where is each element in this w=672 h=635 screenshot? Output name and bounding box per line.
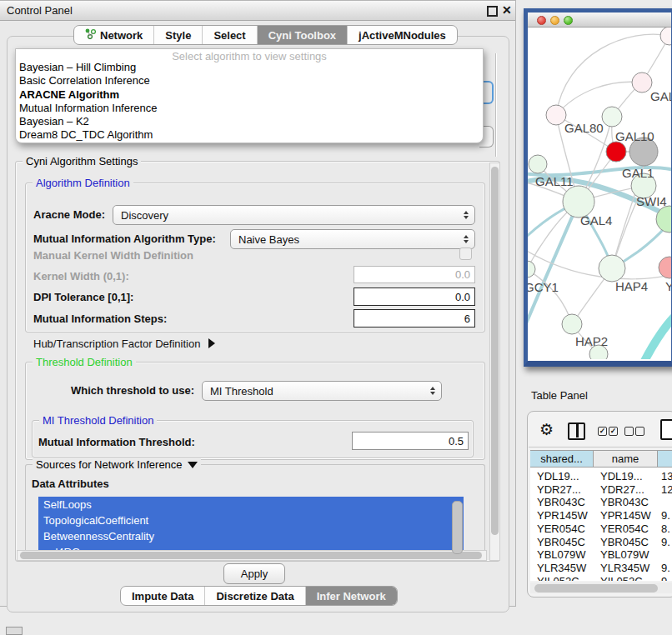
node-label: GAL10	[615, 129, 654, 143]
network-node[interactable]	[599, 255, 625, 282]
network-edge[interactable]	[556, 82, 642, 115]
dropdown-item[interactable]: Dream8 DC_TDC Algorithm	[19, 128, 479, 142]
attribute-list-item[interactable]: TopologicalCoefficient	[38, 512, 464, 528]
dropdown-item[interactable]: Mutual Information Inference	[19, 102, 479, 115]
table-row[interactable]: YER054CYER054C8.	[530, 522, 672, 536]
tab-label: Network	[100, 29, 143, 42]
sources-toggle[interactable]: Sources for Network Inference	[33, 458, 201, 471]
settings-vertical-scrollbar[interactable]	[489, 162, 500, 561]
combo-spinner-icon	[464, 211, 469, 219]
table-row[interactable]: YDR27...YDR27...12	[530, 483, 672, 497]
network-view-window: GALGAL80GAL10GAL1GAL11SWI4GAL4GCY1HAP4YH…	[524, 8, 672, 367]
settings-horizontal-scrollbar[interactable]	[17, 550, 487, 561]
table-cell: YDR27...	[594, 483, 658, 497]
table-cell: YBR045C	[530, 536, 594, 549]
dpi-tolerance-field[interactable]: 0.0	[354, 288, 475, 306]
table-cell: 9.	[658, 562, 672, 575]
table-row[interactable]: YDL19...YDL19...13	[530, 470, 672, 483]
table-row[interactable]: YBL079WYBL079W	[530, 548, 672, 562]
network-node[interactable]	[546, 105, 566, 125]
unchecked-box-icon-1[interactable]	[624, 427, 634, 436]
dropdown-item[interactable]: Bayesian – K2	[19, 115, 479, 128]
dropdown-item[interactable]: Bayesian – Hill Climbing	[19, 61, 479, 74]
column-header-name[interactable]: name	[594, 450, 658, 468]
combo-spinner-icon	[464, 235, 469, 243]
network-node[interactable]	[660, 28, 671, 45]
kernel-width-label: Kernel Width (0,1):	[33, 270, 129, 282]
algorithm-dropdown[interactable]: Select algorithm to view settings Bayesi…	[15, 48, 484, 143]
panel-title: Control Panel	[7, 4, 73, 17]
tab-discretize-data[interactable]: Discretize Data	[205, 587, 305, 605]
network-edge[interactable]	[528, 269, 572, 324]
table-cell: 9.	[658, 575, 672, 581]
which-threshold-value: MI Threshold	[210, 385, 273, 398]
network-edge[interactable]	[643, 313, 671, 359]
mi-threshold-field[interactable]: 0.5	[352, 432, 469, 450]
gear-icon[interactable]: ⚙	[539, 420, 554, 439]
zoom-traffic-light[interactable]	[564, 16, 573, 25]
aracne-mode-value: Discovery	[121, 209, 168, 222]
mi-type-combo[interactable]: Naive Bayes	[230, 229, 475, 249]
which-threshold-combo[interactable]: MI Threshold	[202, 381, 442, 401]
mi-threshold-label: Mutual Information Threshold:	[38, 436, 195, 448]
apply-button[interactable]: Apply	[223, 563, 285, 584]
table-row[interactable]: YBR045CYBR045C9.	[530, 536, 672, 549]
hub-definition-label: Hub/Transcription Factor Definition	[33, 338, 200, 350]
aracne-mode-combo[interactable]: Discovery	[113, 205, 475, 225]
manual-kernel-checkbox[interactable]	[459, 248, 472, 260]
table-cell: YDR27...	[530, 483, 594, 497]
network-node[interactable]	[632, 72, 652, 92]
node-label: Y	[665, 279, 671, 293]
attribute-list-item[interactable]: SelfLoops	[38, 497, 464, 512]
mi-steps-label: Mutual Information Steps:	[33, 312, 167, 325]
table-row[interactable]: YLR345WYLR345W9.	[530, 562, 672, 575]
minimized-panel-icon[interactable]	[6, 627, 23, 635]
tab-infer-network[interactable]: Infer Network	[306, 587, 397, 605]
checked-box-icon-2[interactable]: ✓	[609, 427, 618, 436]
float-window-icon[interactable]	[487, 6, 498, 17]
dropdown-item[interactable]: Basic Correlation Inference	[19, 74, 479, 88]
column-header-A[interactable]: A	[658, 450, 672, 468]
table-row[interactable]: YBR043CYBR043C	[530, 496, 672, 509]
mi-steps-field[interactable]: 6	[354, 309, 475, 328]
dropdown-item[interactable]: ARACNE Algorithm	[19, 88, 479, 102]
hub-definition-toggle[interactable]: Hub/Transcription Factor Definition	[33, 338, 215, 350]
tab-select[interactable]: Select	[203, 26, 257, 44]
close-icon[interactable]: ✕	[502, 3, 512, 17]
apply-label: Apply	[241, 568, 268, 580]
table-row[interactable]: YIL052CYIL052C9.	[530, 575, 672, 581]
network-edge[interactable]	[528, 202, 579, 332]
tab-style[interactable]: Style	[154, 26, 203, 44]
tab-jactivemnodules[interactable]: jActiveMNodules	[348, 26, 457, 44]
network-node[interactable]	[602, 107, 622, 127]
kernel-width-field[interactable]: 0.0	[354, 266, 475, 283]
table-cell: YER054C	[530, 522, 594, 536]
table-row[interactable]: YPR145WYPR145W9.	[530, 509, 672, 522]
close-traffic-light[interactable]	[537, 16, 546, 25]
tab-label: Infer Network	[317, 590, 386, 602]
new-document-icon[interactable]	[660, 419, 672, 440]
tab-cyni-toolbox[interactable]: Cyni Toolbox	[258, 26, 348, 44]
network-node[interactable]	[659, 257, 671, 278]
node-label: HAP2	[575, 334, 608, 348]
attribute-list-item[interactable]: BetweennessCentrality	[38, 528, 464, 544]
unchecked-box-icon-2[interactable]	[635, 427, 644, 436]
settings-group-title: Cyni Algorithm Settings	[23, 155, 141, 168]
column-header-shared-[interactable]: shared...	[530, 450, 594, 468]
attributes-scrollbar-thumb[interactable]	[452, 501, 463, 554]
network-node[interactable]	[606, 142, 626, 162]
table-cell: YBR043C	[594, 496, 658, 509]
network-node[interactable]	[528, 261, 535, 278]
column-browser-icon[interactable]	[568, 422, 585, 440]
tab-network[interactable]: Network	[74, 26, 154, 44]
table-panel-title: Table Panel	[531, 389, 588, 402]
network-node[interactable]	[562, 314, 582, 334]
network-node[interactable]	[529, 155, 547, 173]
desktop: { "window": { "title": "Control Panel" }…	[0, 0, 672, 635]
node-table: shared...nameAYDL19...YDL19...13YDR27...…	[530, 450, 672, 581]
minimize-traffic-light[interactable]	[550, 16, 559, 25]
tab-impute-data[interactable]: Impute Data	[121, 587, 205, 605]
table-horizontal-scrollbar[interactable]	[530, 582, 672, 593]
network-canvas[interactable]: GALGAL80GAL10GAL1GAL11SWI4GAL4GCY1HAP4YH…	[528, 28, 671, 359]
checked-box-icon-1[interactable]: ✓	[598, 427, 607, 436]
